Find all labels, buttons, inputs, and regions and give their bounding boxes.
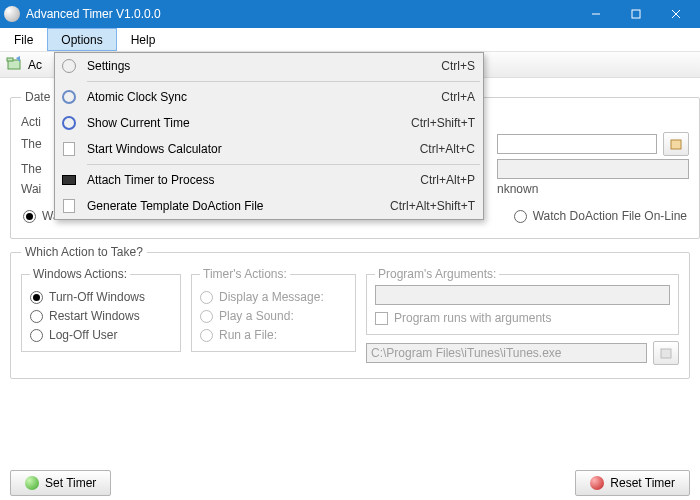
toolbar-icon[interactable] — [6, 55, 24, 74]
timer-actions-group: Timer's Actions: Display a Message: Play… — [191, 267, 356, 352]
svg-rect-5 — [7, 58, 13, 61]
reset-timer-button[interactable]: Reset Timer — [575, 470, 690, 496]
label-fragment: nknown — [497, 182, 538, 196]
radio-display-message: Display a Message: — [200, 290, 347, 304]
radio-icon — [30, 329, 43, 342]
menu-help[interactable]: Help — [117, 28, 170, 51]
timer-actions-legend: Timer's Actions: — [200, 267, 290, 281]
menu-file[interactable]: File — [0, 28, 47, 51]
radio-icon — [200, 310, 213, 323]
program-args-group: Program's Arguments: Program runs with a… — [366, 267, 679, 335]
window-title: Advanced Timer V1.0.0.0 — [26, 7, 576, 21]
gear-icon — [59, 56, 79, 76]
menu-separator — [87, 164, 480, 165]
radio-turn-off[interactable]: Turn-Off Windows — [30, 290, 172, 304]
menu-generate-template[interactable]: Generate Template DoAction File Ctrl+Alt… — [55, 193, 483, 219]
svg-rect-7 — [661, 349, 671, 358]
radio-restart[interactable]: Restart Windows — [30, 309, 172, 323]
toolbar-label: Ac — [28, 58, 42, 72]
app-icon — [4, 6, 20, 22]
radio-label: Display a Message: — [219, 290, 324, 304]
menu-calculator[interactable]: Start Windows Calculator Ctrl+Alt+C — [55, 136, 483, 162]
radio-label: Turn-Off Windows — [49, 290, 145, 304]
options-dropdown: Settings Ctrl+S Atomic Clock Sync Ctrl+A… — [54, 52, 484, 220]
menu-atomic-clock[interactable]: Atomic Clock Sync Ctrl+A — [55, 84, 483, 110]
window-icon — [59, 170, 79, 190]
radio-icon — [30, 291, 43, 304]
menu-attach-process[interactable]: Attach Timer to Process Ctrl+Alt+P — [55, 167, 483, 193]
menu-separator — [87, 81, 480, 82]
browse-button[interactable] — [663, 132, 689, 156]
action-input-2 — [497, 159, 689, 179]
label-fragment: Acti — [21, 115, 41, 129]
radio-icon — [200, 291, 213, 304]
button-label: Reset Timer — [610, 476, 675, 490]
program-args-legend: Program's Arguments: — [375, 267, 499, 281]
radio-icon — [200, 329, 213, 342]
checkbox-label: Program runs with arguments — [394, 311, 551, 325]
radio-label: Play a Sound: — [219, 309, 294, 323]
svg-rect-6 — [671, 140, 681, 149]
checkbox-icon — [375, 312, 388, 325]
windows-actions-legend: Windows Actions: — [30, 267, 130, 281]
maximize-button[interactable] — [616, 0, 656, 28]
cancel-icon — [590, 476, 604, 490]
action-input[interactable] — [497, 134, 657, 154]
radio-logoff[interactable]: Log-Off User — [30, 328, 172, 342]
program-args-input — [375, 285, 670, 305]
radio-watch-online[interactable]: Watch DoAction File On-Line — [514, 209, 687, 223]
menu-show-time[interactable]: Show Current Time Ctrl+Shift+T — [55, 110, 483, 136]
windows-actions-group: Windows Actions: Turn-Off Windows Restar… — [21, 267, 181, 352]
document-icon — [59, 139, 79, 159]
svg-rect-1 — [632, 10, 640, 18]
radio-label: Restart Windows — [49, 309, 140, 323]
minimize-button[interactable] — [576, 0, 616, 28]
radio-run-file: Run a File: — [200, 328, 347, 342]
menu-bar: File Options Help Settings Ctrl+S Atomic… — [0, 28, 700, 52]
menu-settings[interactable]: Settings Ctrl+S — [55, 53, 483, 79]
check-icon — [25, 476, 39, 490]
radio-icon — [23, 210, 36, 223]
run-file-path — [366, 343, 647, 363]
file-icon — [59, 196, 79, 216]
which-action-legend: Which Action to Take? — [21, 245, 147, 259]
menu-options[interactable]: Options — [47, 28, 116, 51]
close-button[interactable] — [656, 0, 696, 28]
radio-icon — [514, 210, 527, 223]
stopwatch-icon — [59, 113, 79, 133]
button-label: Set Timer — [45, 476, 96, 490]
radio-play-sound: Play a Sound: — [200, 309, 347, 323]
set-timer-button[interactable]: Set Timer — [10, 470, 111, 496]
clock-icon — [59, 87, 79, 107]
radio-icon — [30, 310, 43, 323]
title-bar: Advanced Timer V1.0.0.0 — [0, 0, 700, 28]
radio-label: Log-Off User — [49, 328, 117, 342]
radio-label: Run a File: — [219, 328, 277, 342]
which-action-group: Which Action to Take? Windows Actions: T… — [10, 245, 690, 379]
radio-label: Watch DoAction File On-Line — [533, 209, 687, 223]
browse-file-button — [653, 341, 679, 365]
